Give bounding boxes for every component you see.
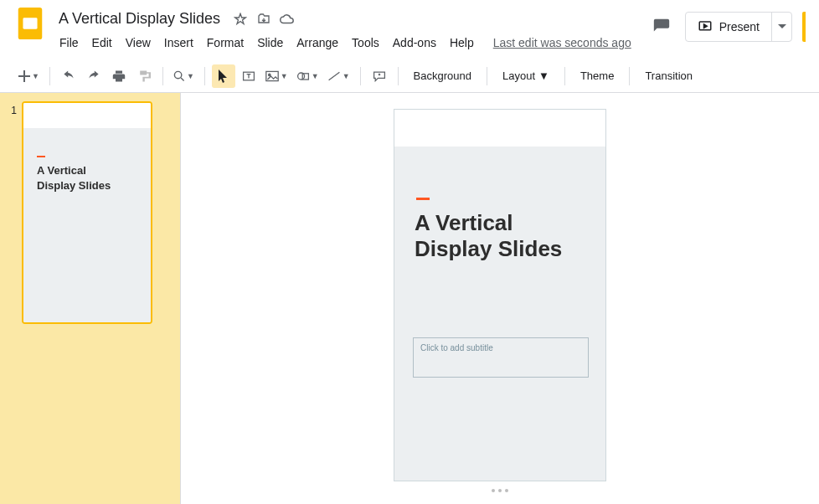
comment-tool[interactable] <box>368 64 391 88</box>
separator <box>629 67 630 85</box>
background-button[interactable]: Background <box>405 64 480 88</box>
paint-format-button[interactable] <box>132 64 156 88</box>
account-indicator[interactable] <box>802 12 806 42</box>
cloud-status-icon[interactable] <box>279 11 296 28</box>
separator <box>360 67 361 85</box>
filmstrip-panel: 1 A Vertical Display Slides <box>0 93 180 504</box>
menu-arrange[interactable]: Arrange <box>291 33 344 53</box>
separator <box>49 67 50 85</box>
slide-title-placeholder[interactable]: A Vertical Display Slides <box>415 210 562 262</box>
textbox-tool[interactable] <box>237 64 260 88</box>
menu-addons[interactable]: Add-ons <box>387 33 442 53</box>
menu-help[interactable]: Help <box>444 33 480 53</box>
layout-button[interactable]: Layout▼ <box>494 64 558 88</box>
comments-icon[interactable] <box>648 13 675 40</box>
star-icon[interactable] <box>232 11 249 28</box>
present-label: Present <box>719 20 760 33</box>
present-dropdown[interactable] <box>771 13 791 41</box>
transition-button[interactable]: Transition <box>636 64 701 88</box>
separator <box>564 67 565 85</box>
menu-edit[interactable]: Edit <box>86 33 118 53</box>
menu-tools[interactable]: Tools <box>346 33 385 53</box>
separator <box>398 67 399 85</box>
canvas-area[interactable]: A Vertical Display Slides Click to add s… <box>180 93 819 504</box>
last-edit-link[interactable]: Last edit was seconds ago <box>493 33 631 53</box>
menu-insert[interactable]: Insert <box>158 33 199 53</box>
print-button[interactable] <box>107 64 131 88</box>
present-button-group: Present <box>685 12 792 42</box>
line-tool[interactable]: ▼ <box>324 64 353 88</box>
menu-file[interactable]: File <box>54 33 85 53</box>
move-icon[interactable] <box>255 11 272 28</box>
image-tool[interactable]: ▼ <box>262 64 291 88</box>
shape-tool[interactable]: ▼ <box>293 64 322 88</box>
svg-point-3 <box>174 71 181 78</box>
slide-number: 1 <box>7 101 17 324</box>
separator <box>162 67 163 85</box>
menu-view[interactable]: View <box>120 33 157 53</box>
undo-button[interactable] <box>57 64 80 88</box>
explore-handle[interactable] <box>181 486 819 496</box>
menu-slide[interactable]: Slide <box>251 33 289 53</box>
slides-logo[interactable] <box>13 7 47 40</box>
svg-point-6 <box>268 74 270 75</box>
redo-button[interactable] <box>82 64 106 88</box>
slide-canvas[interactable]: A Vertical Display Slides Click to add s… <box>394 110 605 481</box>
present-button[interactable]: Present <box>686 19 771 34</box>
thumb-title: A Vertical Display Slides <box>37 163 111 193</box>
select-tool[interactable] <box>212 64 235 88</box>
menu-format[interactable]: Format <box>201 33 250 53</box>
svg-rect-1 <box>23 18 37 28</box>
zoom-button[interactable]: ▼ <box>170 64 198 88</box>
slide-thumbnail[interactable]: A Vertical Display Slides <box>22 101 152 324</box>
separator <box>204 67 205 85</box>
separator <box>487 67 487 85</box>
accent-bar <box>416 198 430 200</box>
accent-bar <box>37 156 45 157</box>
slide-subtitle-placeholder[interactable]: Click to add subtitle <box>413 337 589 378</box>
document-title[interactable]: A Vertical Display Slides <box>54 8 225 29</box>
new-slide-button[interactable]: ▼ <box>15 64 43 88</box>
theme-button[interactable]: Theme <box>572 64 622 88</box>
